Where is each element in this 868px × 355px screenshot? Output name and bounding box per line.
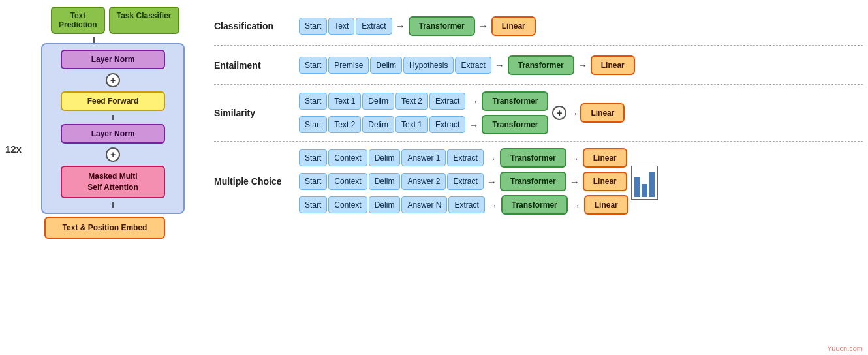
task-label-mc: Multiple Choice (214, 176, 299, 187)
arrow: → (469, 96, 478, 107)
similarity-combine: + → Linear (552, 103, 625, 123)
transformer-box: Transformer (409, 16, 475, 36)
plus-circle-bottom: + (106, 147, 120, 162)
token-start: Start (299, 93, 327, 110)
sequence-1: Start Text 2 Delim Text 1 Extract → Tran… (299, 115, 548, 134)
token-start: Start (299, 57, 327, 74)
transformer-box-1: Transformer (500, 148, 566, 168)
token-extract: Extract (429, 93, 465, 110)
token-answer1: Answer 1 (401, 149, 446, 166)
mc-row-n: Start Context Delim Answer N Extract → T… (299, 195, 628, 215)
task-classifier-box: Task Classifier (109, 7, 179, 34)
task-row-entailment: Entailment Start Premise Delim Hypothesi… (214, 46, 863, 85)
mc-chart (631, 163, 658, 200)
token-delim: Delim (369, 173, 401, 190)
watermark: Yuucn.com (828, 345, 863, 352)
token-extract: Extract (447, 173, 483, 190)
sequences-classification: Start Text Extract → Transformer → Linea… (299, 16, 536, 36)
token-start: Start (299, 18, 327, 35)
transformer-box-top: Transformer (482, 91, 548, 111)
embed-box: Text & Position Embed (44, 217, 165, 239)
transformer-box-2: Transformer (500, 172, 566, 191)
arrow: → (469, 119, 478, 131)
token-text1: Text 1 (328, 93, 361, 110)
token-extract: Extract (429, 116, 465, 133)
token-delim: Delim (369, 149, 401, 166)
arrow: → (578, 59, 587, 70)
transformer-stack: Layer Norm + Feed Forward Layer Norm + M… (41, 43, 185, 214)
arrow: → (570, 153, 580, 164)
similarity-rows: Start Text 1 Delim Text 2 Extract → Tran… (299, 91, 548, 134)
arrow: → (395, 20, 405, 31)
token-delim: Delim (362, 116, 394, 133)
token-start: Start (299, 116, 327, 133)
bar-2 (642, 184, 647, 197)
token-context: Context (328, 173, 367, 190)
arrow: → (487, 153, 497, 164)
token-text: Text (328, 18, 354, 35)
multiplier-label: 12x (5, 144, 22, 155)
token-answer2: Answer 2 (401, 173, 446, 190)
layer-norm-bottom: Layer Norm (61, 124, 165, 144)
top-outputs: TextPrediction Task Classifier (51, 7, 208, 34)
token-delim: Delim (362, 93, 394, 110)
plus-circle-similarity: + (552, 106, 566, 120)
linear-box-similarity: Linear (580, 103, 625, 123)
arrow: → (571, 200, 581, 211)
text-prediction-box: TextPrediction (51, 7, 105, 34)
bar-1 (634, 178, 640, 197)
right-panel: Classification Start Text Extract → Tran… (208, 7, 863, 221)
token-context: Context (328, 149, 367, 166)
plus-circle-top: + (106, 73, 120, 87)
token-hypothesis: Hypothesis (403, 57, 454, 74)
token-start: Start (299, 149, 327, 166)
layer-norm-top: Layer Norm (61, 50, 165, 69)
arrow: → (487, 176, 497, 187)
sequence-0: Start Text Extract → Transformer → Linea… (299, 16, 536, 36)
attention-box: Masked MultiSelf Attention (61, 166, 165, 198)
task-label-classification: Classification (214, 21, 299, 31)
token-text2: Text 2 (328, 116, 361, 133)
task-label-similarity: Similarity (214, 108, 299, 118)
left-panel: 12x TextPrediction Task Classifier Layer… (5, 7, 208, 346)
token-answern: Answer N (401, 196, 447, 213)
linear-box: Linear (491, 16, 536, 36)
token-extract: Extract (356, 18, 392, 35)
linear-box-n: Linear (584, 195, 628, 215)
token-delim: Delim (370, 57, 402, 74)
arrow: → (495, 59, 504, 70)
token-delim: Delim (369, 196, 401, 213)
diagram: 12x TextPrediction Task Classifier Layer… (0, 0, 868, 355)
token-text2: Text 2 (395, 93, 428, 110)
task-row-mc: Multiple Choice Start Context Delim Answ… (214, 142, 863, 221)
token-start: Start (299, 173, 327, 190)
sequences-entailment: Start Premise Delim Hypothesis Extract →… (299, 55, 635, 75)
token-premise: Premise (328, 57, 369, 74)
transformer-box-bottom: Transformer (482, 115, 548, 134)
mc-row-1: Start Context Delim Answer 1 Extract → T… (299, 148, 628, 168)
task-label-entailment: Entailment (214, 60, 299, 70)
feed-forward-box: Feed Forward (61, 91, 165, 111)
task-row-similarity: Similarity Start Text 1 Delim Text 2 Ext… (214, 85, 863, 142)
linear-box: Linear (591, 55, 635, 75)
arrow: → (568, 108, 578, 119)
mc-rows: Start Context Delim Answer 1 Extract → T… (299, 148, 628, 215)
transformer-box: Transformer (508, 55, 574, 75)
arrow: → (488, 200, 498, 211)
arrow: → (570, 176, 580, 187)
token-extract: Extract (447, 149, 483, 166)
linear-box-1: Linear (583, 148, 627, 168)
arrow: → (478, 20, 488, 31)
token-start: Start (299, 196, 327, 213)
mc-row-2: Start Context Delim Answer 2 Extract → T… (299, 172, 628, 191)
sequence-0: Start Premise Delim Hypothesis Extract →… (299, 55, 635, 75)
task-row-classification: Classification Start Text Extract → Tran… (214, 7, 863, 46)
token-text1: Text 1 (395, 116, 428, 133)
bar-3 (649, 172, 655, 197)
token-context: Context (328, 196, 367, 213)
sequence-0: Start Text 1 Delim Text 2 Extract → Tran… (299, 91, 548, 111)
token-extract: Extract (455, 57, 491, 74)
linear-box-2: Linear (583, 172, 627, 191)
token-extract: Extract (448, 196, 484, 213)
transformer-box-n: Transformer (501, 195, 568, 215)
